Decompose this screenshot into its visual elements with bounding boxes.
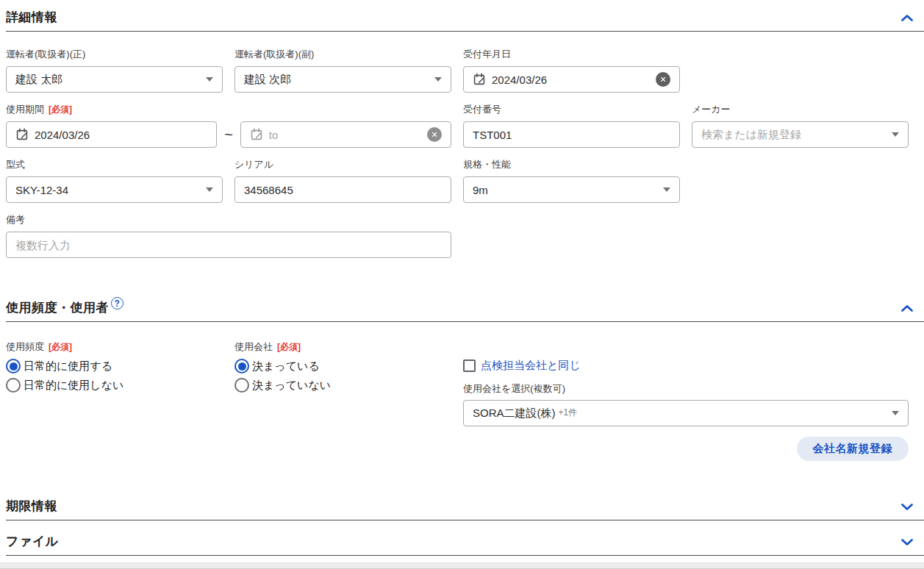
radio-option[interactable]: 決まっている bbox=[234, 359, 451, 373]
field-label: 規格・性能 bbox=[463, 158, 680, 171]
field-reception-date: 受付年月日 ✕ bbox=[463, 48, 680, 93]
usage-period-range: ~ ✕ bbox=[6, 121, 451, 148]
clear-icon[interactable]: ✕ bbox=[656, 72, 670, 87]
calendar-edit-icon bbox=[473, 73, 486, 86]
button-row: 会社名新規登録 bbox=[463, 437, 909, 461]
footer-bar bbox=[0, 562, 924, 569]
text-input[interactable] bbox=[15, 239, 442, 251]
field-label: 使用期間 [必須] bbox=[6, 103, 451, 116]
clear-icon[interactable]: ✕ bbox=[427, 127, 442, 142]
radio-label: 決まっている bbox=[252, 359, 320, 373]
field-label: 運転者(取扱者)(正) bbox=[6, 48, 223, 61]
selected-value: SKY-12-34 bbox=[15, 184, 200, 196]
reception-number-input[interactable] bbox=[463, 121, 680, 148]
text-input[interactable] bbox=[473, 129, 670, 141]
serial-input[interactable] bbox=[234, 176, 451, 203]
field-label-text: 使用頻度 bbox=[6, 340, 44, 354]
details-fields: 運転者(取扱者)(正) 建設 太郎 運転者(取扱者)(副) 建設 次郎 受付年月… bbox=[6, 48, 924, 258]
radio-option[interactable]: 日常的に使用する bbox=[6, 359, 223, 373]
date-value-input[interactable] bbox=[492, 74, 656, 86]
radio-label: 日常的に使用しない bbox=[24, 379, 123, 393]
caret-down-icon bbox=[892, 411, 899, 415]
company-select-group: 点検担当会社と同じ 使用会社を選択(複数可) SORA二建設(株)+1件 会社名… bbox=[463, 340, 909, 461]
usage-period-to-input[interactable]: ✕ bbox=[240, 121, 451, 148]
selected-value: 9m bbox=[473, 184, 657, 196]
selected-company: SORA二建設(株) bbox=[473, 407, 556, 419]
chevron-up-icon[interactable] bbox=[900, 12, 914, 25]
caret-down-icon bbox=[663, 187, 670, 192]
section-title-files: ファイル bbox=[6, 533, 59, 550]
field-usage-period: 使用期間 [必須] ~ bbox=[6, 103, 451, 148]
more-count-badge: +1件 bbox=[559, 407, 578, 419]
text-input[interactable] bbox=[244, 184, 442, 196]
date-value-input[interactable] bbox=[269, 129, 427, 141]
radio-unchecked-icon[interactable] bbox=[6, 378, 21, 393]
required-badge: [必須] bbox=[49, 341, 72, 354]
section-header-deadline[interactable]: 期限情報 bbox=[6, 498, 924, 520]
section-header-files[interactable]: ファイル bbox=[6, 533, 924, 556]
radio-label: 日常的に使用する bbox=[24, 359, 112, 373]
field-label: 受付年月日 bbox=[463, 48, 680, 61]
required-badge: [必須] bbox=[49, 104, 72, 116]
selected-value: 建設 次郎 bbox=[244, 73, 429, 87]
caret-down-icon bbox=[892, 132, 899, 137]
required-badge: [必須] bbox=[277, 341, 301, 354]
caret-down-icon bbox=[434, 77, 442, 82]
remarks-input[interactable] bbox=[6, 232, 451, 258]
spec-select[interactable]: 9m bbox=[463, 176, 680, 203]
calendar-edit-icon bbox=[15, 128, 29, 141]
field-spec: 規格・性能 9m bbox=[463, 158, 680, 203]
chevron-down-icon[interactable] bbox=[900, 501, 914, 514]
model-select[interactable]: SKY-12-34 bbox=[6, 176, 223, 203]
section-title-usage: 使用頻度・使用者 ? bbox=[6, 299, 123, 316]
caret-down-icon bbox=[206, 77, 213, 82]
selected-value: 建設 太郎 bbox=[15, 73, 200, 87]
radio-unchecked-icon[interactable] bbox=[234, 378, 249, 393]
field-label: 運転者(取扱者)(副) bbox=[234, 48, 451, 61]
usage-period-from-input[interactable] bbox=[6, 121, 217, 148]
register-company-button[interactable]: 会社名新規登録 bbox=[797, 437, 909, 461]
field-label: メーカー bbox=[692, 103, 909, 116]
checkbox-label: 点検担当会社と同じ bbox=[481, 359, 581, 373]
field-operator-primary: 運転者(取扱者)(正) 建設 太郎 bbox=[6, 48, 223, 93]
reception-date-input[interactable]: ✕ bbox=[463, 66, 680, 93]
field-label-text: 使用会社 bbox=[234, 340, 273, 354]
field-label: 使用頻度 [必須] bbox=[6, 340, 223, 354]
section-title-deadline: 期限情報 bbox=[6, 498, 57, 515]
spacer-cell bbox=[692, 48, 909, 93]
chevron-down-icon[interactable] bbox=[900, 536, 914, 549]
field-label-text: 使用期間 bbox=[6, 103, 44, 116]
field-maker: メーカー 検索または新規登録 bbox=[692, 103, 909, 148]
date-value-input[interactable] bbox=[35, 129, 207, 141]
company-multi-select[interactable]: SORA二建設(株)+1件 bbox=[463, 400, 909, 426]
spacer-cell bbox=[692, 158, 909, 203]
section-header-usage[interactable]: 使用頻度・使用者 ? bbox=[6, 299, 924, 322]
operator-secondary-select[interactable]: 建設 次郎 bbox=[234, 66, 451, 93]
field-label: シリアル bbox=[234, 158, 451, 171]
field-label: 使用会社を選択(複数可) bbox=[463, 382, 909, 396]
field-serial: シリアル bbox=[234, 158, 451, 203]
section-header-details[interactable]: 詳細情報 bbox=[6, 9, 924, 32]
radio-checked-icon[interactable] bbox=[6, 359, 21, 373]
same-as-inspection-checkbox[interactable]: 点検担当会社と同じ bbox=[463, 359, 909, 373]
operator-primary-select[interactable]: 建設 太郎 bbox=[6, 66, 223, 93]
help-icon[interactable]: ? bbox=[111, 297, 123, 309]
form-page: 詳細情報 運転者(取扱者)(正) 建設 太郎 運転者(取扱者)(副) 建設 次郎… bbox=[0, 0, 924, 556]
calendar-edit-icon bbox=[250, 128, 263, 141]
field-model: 型式 SKY-12-34 bbox=[6, 158, 223, 203]
checkbox-unchecked-icon[interactable] bbox=[463, 359, 476, 372]
field-label: 備考 bbox=[6, 213, 451, 226]
section-title-details: 詳細情報 bbox=[6, 9, 57, 26]
radio-checked-icon[interactable] bbox=[234, 359, 249, 373]
field-label: 型式 bbox=[6, 158, 223, 171]
maker-select[interactable]: 検索または新規登録 bbox=[692, 121, 909, 148]
radio-option[interactable]: 日常的に使用しない bbox=[6, 378, 223, 393]
radio-option[interactable]: 決まっていない bbox=[234, 378, 451, 393]
caret-down-icon bbox=[206, 187, 213, 192]
field-label: 受付番号 bbox=[463, 103, 680, 116]
section-title-text: 使用頻度・使用者 bbox=[6, 299, 109, 316]
radio-label: 決まっていない bbox=[252, 379, 331, 393]
field-company: 使用会社 [必須] 決まっている 決まっていない bbox=[234, 340, 451, 461]
chevron-up-icon[interactable] bbox=[900, 302, 914, 315]
field-reception-number: 受付番号 bbox=[463, 103, 680, 148]
